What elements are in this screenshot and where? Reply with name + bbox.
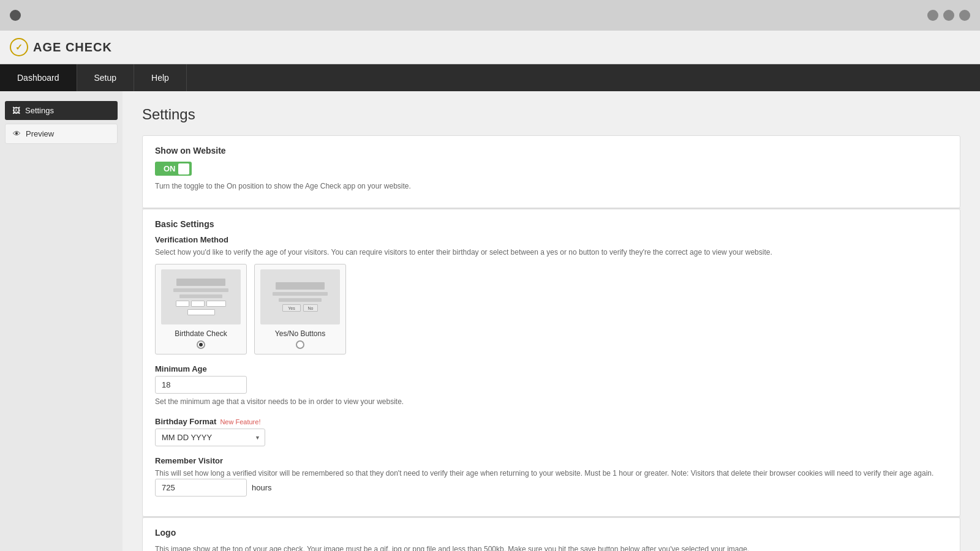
preview-no-btn: No: [303, 304, 318, 312]
remember-visitor-group: Remember Visitor This will set how long …: [155, 456, 948, 497]
basic-settings-title: Basic Settings: [155, 219, 948, 229]
top-bar: [0, 0, 980, 31]
preview-text2: [179, 294, 222, 298]
vcard-yesno-preview: Yes No: [260, 269, 340, 324]
show-on-website-desc: Turn the toggle to the On position to sh…: [155, 181, 948, 192]
layout: 🖼 Settings 👁 Preview Settings Show on We…: [0, 91, 980, 551]
settings-icon: 🖼: [12, 106, 20, 115]
radio-yesno[interactable]: [296, 340, 304, 349]
remember-visitor-label: Remember Visitor: [155, 456, 948, 465]
radio-birthdate[interactable]: [197, 340, 205, 349]
nav-item-dashboard[interactable]: Dashboard: [0, 64, 77, 91]
remember-visitor-input[interactable]: [155, 479, 247, 497]
preview-input-row: [176, 301, 226, 307]
page-title: Settings: [142, 106, 960, 123]
logo: ✓ AGE CHECK: [10, 38, 112, 56]
logo-title: Logo: [155, 528, 948, 538]
minimum-age-group: Minimum Age Set the minimum age that a v…: [155, 364, 948, 407]
verification-method-label: Verification Method: [155, 235, 948, 244]
vcard-birthdate-preview: [161, 269, 241, 324]
basic-settings-section: Basic Settings Verification Method Selec…: [142, 209, 960, 517]
hours-label: hours: [252, 483, 272, 492]
show-on-website-toggle[interactable]: ON: [155, 162, 192, 176]
birthday-format-label: Birthday Format New Feature!: [155, 417, 948, 426]
preview-submit: [187, 309, 215, 315]
vcard-birthdate-label: Birthdate Check: [160, 329, 241, 338]
preview-btn-row: Yes No: [282, 304, 318, 312]
toggle-wrapper: ON: [155, 162, 948, 176]
nav-item-setup[interactable]: Setup: [77, 64, 135, 91]
verification-method-desc: Select how you'd like to verify the age …: [155, 247, 948, 258]
birthday-format-select[interactable]: MM DD YYYY DD MM YYYY YYYY MM DD: [155, 429, 265, 446]
sidebar: 🖼 Settings 👁 Preview: [0, 91, 123, 551]
show-on-website-title: Show on Website: [155, 146, 948, 156]
preview-dd: [191, 301, 205, 307]
verification-cards: Birthdate Check Yes No: [155, 264, 948, 354]
birthday-format-select-wrapper: MM DD YYYY DD MM YYYY YYYY MM DD: [155, 429, 265, 446]
minimum-age-desc: Set the minimum age that a visitor needs…: [155, 396, 948, 407]
logo-icon: ✓: [10, 38, 28, 56]
minimum-age-input[interactable]: [155, 376, 247, 394]
window-controls-left: [10, 10, 21, 21]
sidebar-item-preview[interactable]: 👁 Preview: [5, 124, 118, 144]
nav-bar: Dashboard Setup Help: [0, 64, 980, 91]
verification-method-group: Verification Method Select how you'd lik…: [155, 235, 948, 354]
window-controls-right: [927, 10, 970, 21]
preview-yes-btn: Yes: [282, 304, 301, 312]
vcard-yesno[interactable]: Yes No Yes/No Buttons: [254, 264, 346, 354]
logo-text: AGE CHECK: [33, 40, 112, 54]
main-content: Settings Show on Website ON Turn the tog…: [123, 91, 980, 551]
minimize-dot[interactable]: [927, 10, 938, 21]
sidebar-item-settings[interactable]: 🖼 Settings: [5, 101, 118, 120]
preview-icon: 👁: [13, 129, 21, 138]
logo-bar: ✓ AGE CHECK: [0, 31, 980, 64]
minimum-age-label: Minimum Age: [155, 364, 948, 373]
remember-visitor-desc: This will set how long a verified visito…: [155, 468, 948, 479]
preview-text-yesno: [273, 292, 328, 296]
preview-mm: [176, 301, 189, 307]
new-feature-badge: New Feature!: [220, 418, 260, 425]
preview-text2-yesno: [279, 298, 322, 302]
close-dot[interactable]: [10, 10, 21, 21]
remember-visitor-input-group: hours: [155, 479, 948, 497]
preview-header-yesno: [276, 282, 325, 290]
vcard-birthdate[interactable]: Birthdate Check: [155, 264, 247, 354]
preview-header: [176, 279, 225, 286]
preview-yyyy: [206, 301, 226, 307]
fullscreen-dot[interactable]: [959, 10, 970, 21]
preview-text: [173, 288, 228, 292]
birthday-format-group: Birthday Format New Feature! MM DD YYYY …: [155, 417, 948, 446]
logo-section: Logo This image show at the top of your …: [142, 517, 960, 551]
vcard-yesno-label: Yes/No Buttons: [260, 329, 341, 338]
logo-desc: This image show at the top of your age c…: [155, 544, 948, 551]
nav-item-help[interactable]: Help: [134, 64, 187, 91]
show-on-website-section: Show on Website ON Turn the toggle to th…: [142, 135, 960, 208]
maximize-dot[interactable]: [943, 10, 954, 21]
